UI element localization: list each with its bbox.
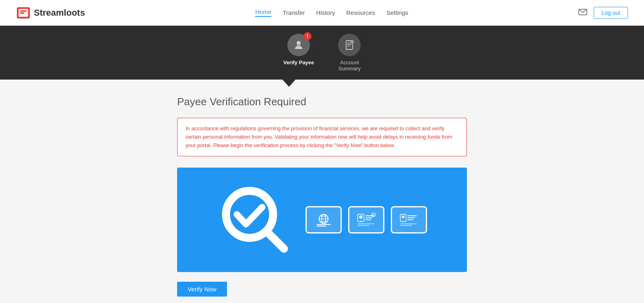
svg-rect-27 bbox=[358, 225, 369, 226]
id-card-passport bbox=[305, 206, 342, 233]
svg-rect-36 bbox=[400, 223, 417, 224]
svg-line-13 bbox=[268, 233, 284, 249]
svg-rect-25 bbox=[365, 219, 371, 220]
dark-banner: ! Verify Payee i AccountSummary bbox=[0, 26, 644, 80]
magnifier-icon bbox=[217, 184, 289, 256]
svg-point-32 bbox=[402, 215, 405, 218]
banner-arrow bbox=[282, 79, 296, 87]
main-nav: Home Transfer History Resources Settings bbox=[255, 8, 408, 17]
nav-history[interactable]: History bbox=[316, 9, 335, 16]
svg-rect-35 bbox=[407, 219, 413, 220]
step-verify-payee[interactable]: ! Verify Payee bbox=[283, 34, 314, 66]
svg-rect-19 bbox=[316, 224, 330, 225]
svg-point-10 bbox=[351, 40, 354, 43]
header: Streamloots Home Transfer History Resour… bbox=[0, 0, 644, 26]
alert-box: In accordance with regulations governing… bbox=[177, 118, 467, 156]
logo-text: Streamloots bbox=[34, 8, 85, 18]
nav-transfer[interactable]: Transfer bbox=[283, 9, 305, 16]
svg-point-22 bbox=[359, 215, 363, 219]
svg-rect-33 bbox=[407, 215, 417, 216]
svg-rect-2 bbox=[20, 10, 27, 12]
verification-image-banner bbox=[177, 168, 467, 272]
svg-rect-3 bbox=[20, 12, 24, 14]
account-summary-circle: i bbox=[338, 34, 361, 56]
steps-container: ! Verify Payee i AccountSummary bbox=[283, 34, 361, 80]
svg-rect-20 bbox=[316, 226, 326, 227]
logout-button[interactable]: Log out bbox=[594, 7, 628, 19]
step1-label: Verify Payee bbox=[283, 59, 314, 66]
step-account-summary[interactable]: i AccountSummary bbox=[338, 34, 361, 72]
header-right: Log out bbox=[578, 7, 628, 19]
svg-rect-24 bbox=[365, 217, 372, 218]
verify-now-button[interactable]: Verify Now bbox=[177, 282, 227, 297]
id-card-license bbox=[391, 206, 427, 233]
svg-rect-26 bbox=[358, 223, 374, 224]
mail-icon[interactable] bbox=[578, 8, 587, 17]
logo-area: Streamloots bbox=[16, 6, 85, 20]
verify-payee-circle: ! bbox=[287, 34, 310, 56]
svg-rect-37 bbox=[400, 225, 412, 226]
notification-badge: ! bbox=[303, 32, 312, 40]
verify-image-inner bbox=[177, 168, 467, 272]
logo-icon bbox=[16, 6, 31, 20]
id-cards-group bbox=[305, 206, 427, 233]
page-title: Payee Verification Required bbox=[177, 96, 467, 108]
nav-settings[interactable]: Settings bbox=[386, 9, 408, 16]
nav-resources[interactable]: Resources bbox=[346, 9, 375, 16]
step2-label: AccountSummary bbox=[339, 59, 361, 72]
id-card-photo bbox=[348, 206, 384, 233]
main-content: Payee Verification Required In accordanc… bbox=[169, 80, 475, 303]
alert-text: In accordance with regulations governing… bbox=[186, 125, 458, 149]
nav-home[interactable]: Home bbox=[255, 8, 271, 17]
svg-rect-34 bbox=[407, 217, 415, 218]
